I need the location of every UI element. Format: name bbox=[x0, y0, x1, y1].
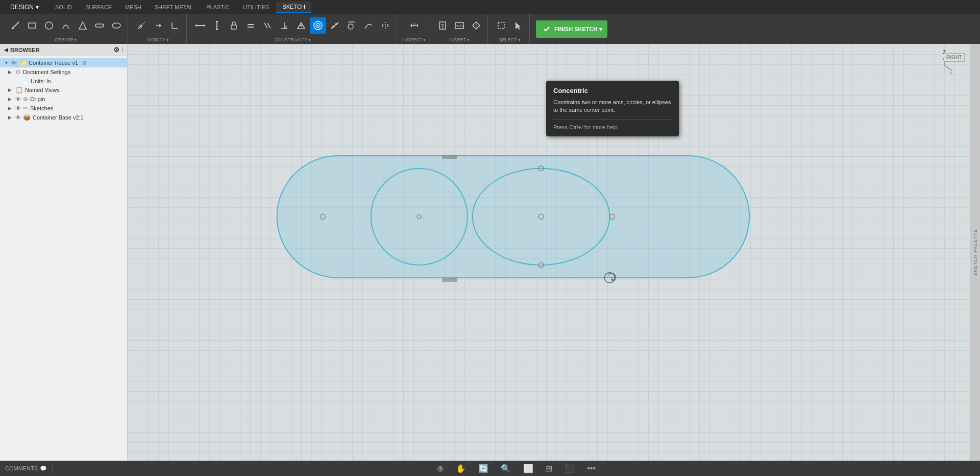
inspect-items: in bbox=[406, 17, 422, 34]
tab-sketch[interactable]: SKETCH bbox=[276, 2, 311, 13]
svg-line-47 bbox=[944, 65, 952, 70]
tree-item-origin[interactable]: ▶ 👁 ⊕ Origin bbox=[0, 94, 127, 104]
tree-item-container-house[interactable]: ▼ 👁 📁 Container House v1 ⚙ bbox=[0, 58, 127, 67]
trim-button[interactable] bbox=[133, 17, 150, 34]
sketch-palette-panel[interactable]: SKETCH PALETTE bbox=[970, 44, 980, 461]
design-label: DESIGN bbox=[10, 4, 34, 11]
inspect-label: INSPECT ▾ bbox=[402, 37, 426, 42]
tab-plastic[interactable]: PLASTIC bbox=[200, 2, 236, 12]
ellipse-tool-button[interactable] bbox=[108, 17, 125, 34]
select-window-button[interactable] bbox=[493, 17, 509, 34]
origin-icon: ⊕ bbox=[23, 96, 28, 103]
vertical-constraint-button[interactable] bbox=[209, 17, 225, 34]
browser-header: ◀ BROWSER ⚙ | bbox=[0, 44, 127, 56]
horizontal-constraint-button[interactable] bbox=[192, 17, 208, 34]
lock-constraint-button[interactable] bbox=[226, 17, 242, 34]
comments-button[interactable]: COMMENTS 💬 bbox=[5, 465, 47, 472]
canvas-area[interactable]: Z RIGHT X Concentric Constrains two or m… bbox=[128, 44, 970, 461]
tree-arrow-sketches: ▶ bbox=[8, 106, 13, 111]
browser-collapse-icon[interactable]: ◀ bbox=[4, 47, 8, 53]
modify-arrow-icon: ▾ bbox=[166, 37, 169, 42]
inspect-measure-button[interactable]: in bbox=[406, 17, 422, 34]
x-axis-label: X bbox=[949, 70, 952, 76]
grid-toggle-icon[interactable]: ⊞ bbox=[544, 464, 554, 473]
collinear-constraint-button[interactable] bbox=[327, 17, 343, 34]
midpoint-constraint-button[interactable] bbox=[293, 17, 309, 34]
select-items bbox=[493, 17, 526, 34]
select-group: SELECT ▾ bbox=[490, 14, 530, 44]
more-options-icon[interactable]: ••• bbox=[585, 464, 598, 473]
create-group: CREATE ▾ bbox=[4, 14, 128, 44]
svg-point-5 bbox=[112, 23, 120, 28]
concentric-constraint-button[interactable] bbox=[310, 17, 326, 34]
svg-rect-52 bbox=[442, 155, 457, 159]
insert-group: INSERT ▾ bbox=[431, 14, 488, 44]
svg-line-17 bbox=[264, 23, 267, 28]
create-label: CREATE ▾ bbox=[55, 37, 77, 42]
tab-solid[interactable]: SOLID bbox=[49, 2, 78, 12]
perpendicular-constraint-button[interactable] bbox=[276, 17, 292, 34]
extend-button[interactable] bbox=[150, 17, 166, 34]
pan-nav-icon[interactable]: ✋ bbox=[454, 464, 468, 473]
browser-settings-icon[interactable]: ⚙ bbox=[113, 46, 119, 54]
eye-icon[interactable]: 👁 bbox=[11, 60, 17, 66]
equal-constraint-button[interactable] bbox=[242, 17, 259, 34]
zoom-nav-icon[interactable]: 🔍 bbox=[499, 464, 513, 473]
comments-label: COMMENTS bbox=[5, 465, 38, 471]
tab-surface[interactable]: SURFACE bbox=[79, 2, 118, 12]
tab-mesh[interactable]: MESH bbox=[119, 2, 148, 12]
concentric-tooltip: Concentric Constrains two or more arcs, … bbox=[546, 81, 679, 136]
line-tool-button[interactable] bbox=[7, 17, 23, 34]
tree-item-document-settings[interactable]: ▶ ⚙ Document Settings bbox=[0, 67, 127, 77]
eye-base-icon[interactable]: 👁 bbox=[15, 114, 21, 121]
svg-line-18 bbox=[267, 23, 271, 28]
design-arrow-icon: ▾ bbox=[36, 4, 39, 11]
polygon-tool-button[interactable] bbox=[75, 17, 91, 34]
cursor-nav-icon[interactable]: ⊕ bbox=[435, 464, 446, 473]
svg-text:in: in bbox=[413, 22, 415, 26]
parallel-constraint-button[interactable] bbox=[259, 17, 276, 34]
svg-point-26 bbox=[317, 25, 319, 27]
svg-rect-4 bbox=[95, 24, 104, 27]
view-cube-icon[interactable]: ⬛ bbox=[562, 464, 577, 473]
svg-line-27 bbox=[331, 22, 338, 29]
tree-item-units[interactable]: 📄 Units: in bbox=[0, 77, 127, 85]
smooth-constraint-button[interactable] bbox=[360, 17, 377, 34]
toolbar: DESIGN ▾ SOLID SURFACE MESH SHEET METAL … bbox=[0, 0, 980, 44]
slot-tool-button[interactable] bbox=[91, 17, 108, 34]
browser-panel: ◀ BROWSER ⚙ | ▼ 👁 📁 Container House v1 ⚙… bbox=[0, 44, 128, 461]
eye-sketches-icon[interactable]: 👁 bbox=[15, 105, 21, 111]
fillet-button[interactable] bbox=[167, 17, 183, 34]
svg-rect-14 bbox=[231, 25, 236, 29]
svg-rect-43 bbox=[498, 22, 504, 29]
tree-item-container-base[interactable]: ▶ 👁 📦 Container Base v2:1 bbox=[0, 113, 127, 122]
tab-sheet-metal[interactable]: SHEET METAL bbox=[149, 2, 199, 12]
browser-divider: | bbox=[121, 46, 123, 54]
fit-nav-icon[interactable]: ⬜ bbox=[521, 464, 535, 473]
tab-utilities[interactable]: UTILITIES bbox=[237, 2, 275, 12]
select-arrow-icon: ▾ bbox=[518, 37, 521, 42]
eye-origin-icon[interactable]: 👁 bbox=[15, 96, 21, 102]
insert-image-button[interactable] bbox=[451, 17, 468, 34]
tree-item-sketches[interactable]: ▶ 👁 ✏ Sketches bbox=[0, 104, 127, 113]
select-mode-button[interactable] bbox=[510, 17, 526, 34]
symmetric-constraint-button[interactable] bbox=[377, 17, 394, 34]
tree-item-named-views[interactable]: ▶ 📋 Named Views bbox=[0, 85, 127, 94]
tangent-constraint-button[interactable] bbox=[344, 17, 360, 34]
insert-dxf-button[interactable] bbox=[434, 17, 451, 34]
circle-tool-button[interactable] bbox=[41, 17, 57, 34]
arc-tool-button[interactable] bbox=[58, 17, 74, 34]
main-layout: ◀ BROWSER ⚙ | ▼ 👁 📁 Container House v1 ⚙… bbox=[0, 44, 980, 461]
rectangle-tool-button[interactable] bbox=[24, 17, 40, 34]
select-label: SELECT ▾ bbox=[499, 37, 521, 42]
axis-indicator: Z RIGHT X bbox=[934, 49, 954, 76]
design-button[interactable]: DESIGN ▾ bbox=[5, 1, 44, 14]
svg-marker-44 bbox=[516, 22, 521, 30]
finish-sketch-button[interactable]: FINISH SKETCH ▾ bbox=[536, 20, 607, 38]
named-views-icon: 📋 bbox=[15, 86, 23, 93]
insert-svg-button[interactable] bbox=[468, 17, 484, 34]
tree-arrow-named: ▶ bbox=[8, 87, 13, 92]
svg-point-28 bbox=[332, 26, 334, 28]
constraints-arrow-icon: ▾ bbox=[308, 37, 311, 42]
orbit-nav-icon[interactable]: 🔄 bbox=[476, 464, 491, 473]
